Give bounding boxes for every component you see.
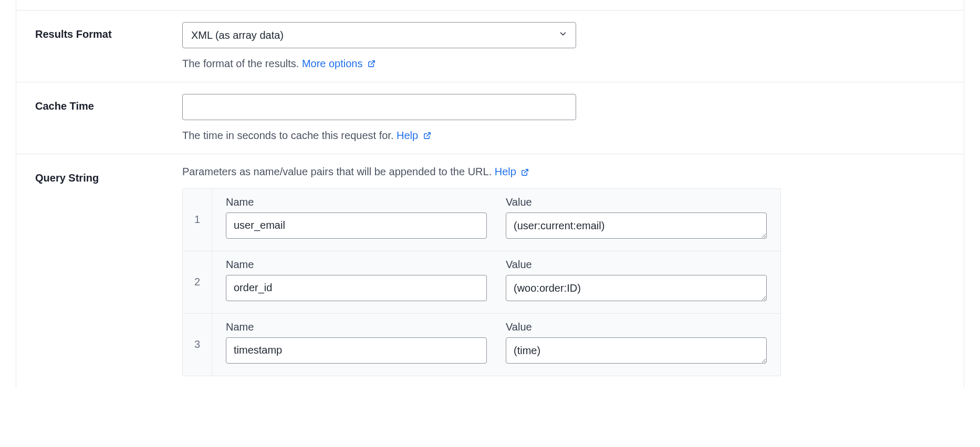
results-format-row: Results Format XML (as array data) The f… — [16, 10, 964, 82]
svg-line-1 — [426, 133, 430, 136]
results-format-select[interactable]: XML (as array data) — [182, 22, 576, 48]
svg-line-2 — [525, 169, 528, 173]
results-format-help-text: The format of the results. — [182, 58, 302, 69]
param-value-label: Value — [506, 196, 767, 208]
param-value-label: Value — [506, 321, 767, 333]
param-name-input[interactable] — [226, 337, 487, 364]
query-string-row: Query String Parameters as name/value pa… — [16, 154, 964, 387]
results-format-help-link[interactable]: More options — [302, 58, 376, 69]
query-string-help: Parameters as name/value pairs that will… — [182, 166, 781, 178]
query-string-table: 1 Name Value 2 — [182, 188, 781, 376]
param-name-input[interactable] — [226, 275, 487, 301]
param-row-index: 1 — [183, 189, 212, 251]
param-name-label: Name — [226, 259, 487, 271]
param-value-input[interactable] — [506, 212, 767, 239]
query-string-help-link[interactable]: Help — [495, 166, 529, 177]
param-value-input[interactable] — [506, 275, 767, 301]
param-name-label: Name — [226, 321, 487, 333]
svg-line-0 — [371, 61, 374, 65]
cache-time-help-link[interactable]: Help — [397, 130, 431, 141]
results-format-label: Results Format — [35, 22, 182, 40]
param-row-index: 3 — [183, 314, 212, 376]
cache-time-help-text: The time in seconds to cache this reques… — [182, 130, 397, 141]
external-link-icon — [521, 167, 529, 179]
query-string-param-row: 1 Name Value — [183, 189, 780, 251]
query-string-param-row: 2 Name Value — [183, 251, 780, 314]
param-name-label: Name — [226, 196, 487, 208]
param-value-label: Value — [506, 259, 767, 271]
param-name-input[interactable] — [226, 212, 487, 239]
query-string-label: Query String — [35, 166, 182, 184]
cache-time-row: Cache Time The time in seconds to cache … — [16, 82, 964, 154]
cache-time-label: Cache Time — [35, 94, 182, 112]
external-link-icon — [423, 130, 431, 142]
cache-time-help: The time in seconds to cache this reques… — [182, 130, 781, 142]
query-string-help-text: Parameters as name/value pairs that will… — [182, 166, 495, 177]
results-format-help: The format of the results. More options — [182, 58, 781, 70]
query-string-param-row: 3 Name Value — [183, 314, 780, 376]
param-row-index: 2 — [183, 251, 212, 313]
param-value-input[interactable] — [506, 337, 767, 364]
previous-row-divider — [16, 0, 964, 10]
cache-time-input[interactable] — [182, 94, 576, 120]
external-link-icon — [368, 58, 376, 70]
